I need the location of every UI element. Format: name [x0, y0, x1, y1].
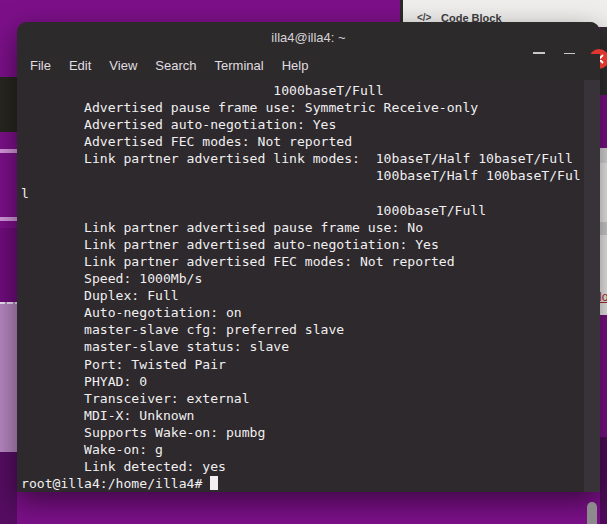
background-accent-line [0, 217, 17, 221]
menu-item[interactable]: View [100, 54, 146, 80]
terminal-line: Link detected: yes [21, 458, 584, 475]
window-title: illa4@illa4: ~ [17, 30, 600, 45]
background-accent-line [0, 149, 17, 153]
scrollbar-track[interactable] [584, 80, 600, 492]
terminal-window: illa4@illa4: ~ FileEditViewSearchTermina… [17, 22, 600, 492]
terminal-line: Advertised auto-negotiation: Yes [21, 116, 584, 133]
terminal-line: Link partner advertised auto-negotiation… [21, 236, 584, 253]
menu-item[interactable]: Help [273, 54, 318, 80]
desktop: </> Code Block lo illa4@illa4: ~ FileEdi… [0, 0, 607, 524]
background-dark-band [0, 77, 17, 132]
link-fragment[interactable]: lo [599, 290, 607, 304]
terminal-line: Speed: 1000Mb/s [21, 270, 584, 287]
terminal-output[interactable]: 1000baseT/Full Advertised pause frame us… [21, 82, 584, 492]
background-right-panel-edge [600, 148, 607, 163]
terminal-line: Auto-negotiation: on [21, 304, 584, 321]
menu-item[interactable]: Edit [60, 54, 100, 80]
prompt-line: root@illa4:/home/illa4# [21, 475, 584, 492]
terminal-line: Duplex: Full [21, 287, 584, 304]
terminal-line: Advertised pause frame use: Symmetric Re… [21, 99, 584, 116]
background-right-bottom-dark [600, 437, 607, 524]
shell-prompt: root@illa4:/home/illa4# [21, 476, 210, 491]
terminal-line: Wake-on: g [21, 441, 584, 458]
menubar: FileEditViewSearchTerminalHelp [17, 54, 600, 80]
background-bottom-dark-purple [0, 452, 17, 524]
background-right-panel-row [600, 222, 607, 235]
terminal-line: master-slave cfg: preferred slave [21, 321, 584, 338]
menu-item[interactable]: Terminal [206, 54, 273, 80]
terminal-line: 1000baseT/Full [21, 202, 584, 219]
terminal-line: Port: Twisted Pair [21, 356, 584, 373]
terminal-line: Transceiver: external [21, 390, 584, 407]
terminal-line: Link partner advertised pause frame use:… [21, 219, 584, 236]
terminal-line: Advertised FEC modes: Not reported [21, 133, 584, 150]
terminal-line: 1000baseT/Full [21, 82, 584, 99]
terminal-line: 100baseT/Half 100baseT/Ful [21, 167, 584, 184]
terminal-line: l [21, 185, 584, 202]
terminal-line: Link partner advertised link modes: 10ba… [21, 150, 584, 167]
terminal-line: MDI-X: Unknown [21, 407, 584, 424]
terminal-line: Supports Wake-on: pumbg [21, 424, 584, 441]
terminal-line: Link partner advertised FEC modes: Not r… [21, 253, 584, 270]
background-purple-band [0, 228, 17, 302]
menu-item[interactable]: Search [146, 54, 205, 80]
terminal-cursor [210, 476, 218, 490]
menu-item[interactable]: File [21, 54, 60, 80]
scrollbar-thumb[interactable] [587, 502, 597, 524]
titlebar[interactable]: illa4@illa4: ~ [17, 22, 600, 54]
terminal-line: master-slave status: slave [21, 338, 584, 355]
terminal-line: PHYAD: 0 [21, 373, 584, 390]
